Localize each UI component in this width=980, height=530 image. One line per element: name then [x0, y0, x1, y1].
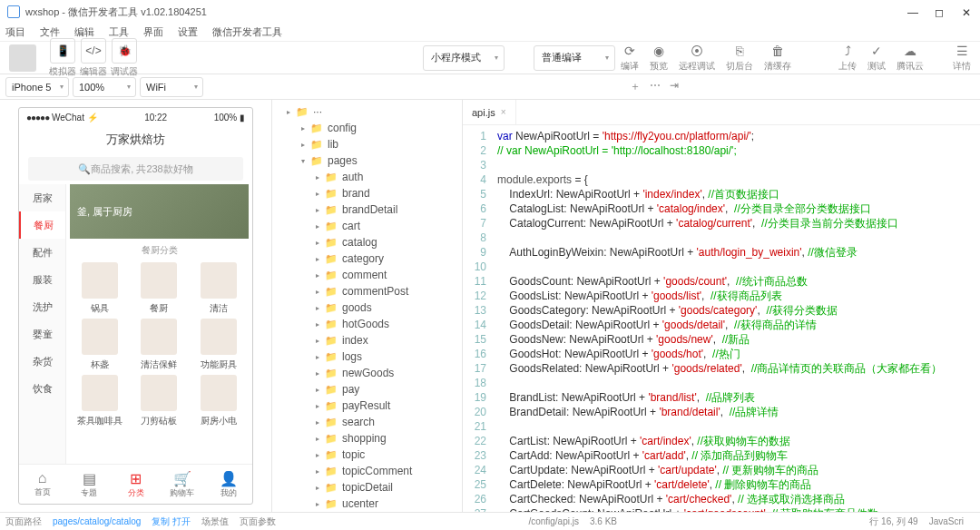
clear-cache-icon[interactable]: 🗑 — [771, 44, 784, 58]
tabbar-item[interactable]: 👤我的 — [206, 465, 252, 504]
tree-folder[interactable]: ▸📁pay — [272, 381, 462, 398]
menu-item[interactable]: 微信开发者工具 — [212, 25, 282, 39]
tree-folder[interactable]: ▸📁brand — [272, 185, 462, 201]
grid-item[interactable]: 功能厨具 — [191, 319, 247, 371]
status-right: 100% ▮ — [214, 113, 245, 123]
menu-item[interactable]: 界面 — [143, 25, 163, 39]
tree-folder[interactable]: ▸📁··· — [272, 103, 462, 120]
menu-item[interactable]: 项目 — [5, 25, 25, 39]
preview-icon[interactable]: ◉ — [653, 44, 664, 58]
sidebar-category[interactable]: 杂货 — [19, 348, 65, 375]
avatar[interactable] — [9, 44, 36, 72]
tree-folder[interactable]: ▸📁lib — [272, 136, 462, 152]
tree-folder[interactable]: ▸📁commentPost — [272, 283, 462, 299]
tree-folder[interactable]: ▸📁topic — [272, 447, 462, 463]
tree-folder[interactable]: ▸📁hotGoods — [272, 316, 462, 332]
tree-folder[interactable]: ▸📁topicDetail — [272, 479, 462, 496]
tree-folder[interactable]: ▾📁pages — [272, 152, 462, 169]
status-left: ●●●●● WeChat ⚡ — [26, 113, 98, 123]
cloud-icon[interactable]: ☁ — [904, 44, 916, 58]
tree-folder[interactable]: ▸📁search — [272, 414, 462, 430]
tree-folder[interactable]: ▸📁catalog — [272, 234, 462, 250]
code-editor[interactable]: var NewApiRootUrl = 'https://fly2you.cn/… — [494, 125, 980, 512]
close-tab-icon[interactable]: × — [501, 107, 506, 117]
footer-scene[interactable]: 场景值 — [201, 515, 229, 528]
status-time: 10:22 — [144, 113, 167, 123]
debugger-button[interactable]: 🐞 — [112, 38, 137, 64]
test-icon[interactable]: ✓ — [871, 44, 882, 58]
tree-folder[interactable]: ▸📁comment — [272, 267, 462, 283]
grid-item[interactable]: 厨房小电 — [191, 375, 247, 427]
network-select[interactable]: WiFi — [140, 77, 203, 97]
tree-folder[interactable]: ▸📁ucenter — [272, 496, 462, 512]
sidebar-category[interactable]: 婴童 — [19, 320, 65, 348]
window-title: wxshop - 微信开发者工具 v1.02.1804251 — [25, 5, 907, 19]
remote-debug-icon[interactable]: ⦿ — [691, 44, 703, 58]
category-banner[interactable]: 釜, 属于厨房 — [70, 184, 249, 239]
tree-folder[interactable]: ▸📁newGoods — [272, 365, 462, 381]
debugger-label: 调试器 — [111, 65, 138, 78]
editor-label: 编辑器 — [80, 65, 107, 78]
close-button[interactable]: ✕ — [962, 6, 973, 17]
footer-params[interactable]: 页面参数 — [240, 515, 276, 528]
footer-path-label: 页面路径 — [5, 515, 42, 528]
collapse-panel-icon[interactable]: ⇥ — [670, 79, 679, 94]
mini-mode-select[interactable]: 小程序模式 — [423, 45, 505, 71]
app-logo-icon — [7, 5, 20, 18]
footer-lang: JavaScri — [929, 516, 964, 526]
tree-folder[interactable]: ▸📁logs — [272, 348, 462, 365]
category-subtitle: 餐厨分类 — [66, 239, 252, 262]
add-file-icon[interactable]: ＋ — [630, 79, 641, 94]
tree-folder[interactable]: ▸📁brandDetail — [272, 201, 462, 218]
grid-item[interactable]: 杯盏 — [72, 319, 128, 371]
footer-path[interactable]: pages/catalog/catalog — [53, 516, 141, 526]
tree-folder[interactable]: ▸📁auth — [272, 169, 462, 185]
tree-folder[interactable]: ▸📁config — [272, 120, 462, 136]
grid-item[interactable]: 餐厨 — [132, 262, 188, 315]
sidebar-category[interactable]: 餐厨 — [19, 211, 65, 239]
footer-copy-open[interactable]: 复制 打开 — [152, 515, 191, 528]
upload-icon[interactable]: ⤴ — [845, 44, 851, 58]
editor-tab[interactable]: api.js× — [463, 100, 516, 124]
search-input[interactable]: 🔍 商品搜索, 共238款好物 — [28, 157, 243, 181]
device-select[interactable]: iPhone 5 — [5, 77, 69, 97]
detail-icon[interactable]: ☰ — [956, 44, 968, 58]
tree-folder[interactable]: ▸📁shopping — [272, 430, 462, 447]
minimize-button[interactable]: — — [907, 6, 918, 17]
menu-item[interactable]: 设置 — [178, 25, 198, 39]
grid-item[interactable]: 清洁保鲜 — [132, 319, 188, 371]
sidebar-category[interactable]: 配件 — [19, 239, 65, 266]
footer-linecol: 行 16, 列 49 — [869, 515, 917, 528]
editor-button[interactable]: </> — [81, 38, 106, 64]
grid-item[interactable]: 刀剪砧板 — [132, 375, 188, 427]
app-title: 万家烘焙坊 — [19, 126, 252, 153]
tabbar-item[interactable]: ▤专题 — [65, 465, 112, 504]
sidebar-category[interactable]: 服装 — [19, 266, 65, 293]
tree-folder[interactable]: ▸📁cart — [272, 218, 462, 234]
simulator-label: 模拟器 — [49, 65, 76, 78]
sidebar-category[interactable]: 洗护 — [19, 293, 65, 320]
footer-size: 3.6 KB — [590, 516, 617, 526]
compile-icon[interactable]: ⟳ — [624, 44, 635, 58]
grid-item[interactable]: 锅具 — [72, 262, 128, 315]
grid-item[interactable]: 茶具咖啡具 — [72, 375, 128, 427]
tree-folder[interactable]: ▸📁index — [272, 332, 462, 348]
more-icon[interactable]: ⋯ — [650, 79, 661, 94]
tabbar-item[interactable]: 🛒购物车 — [159, 465, 205, 504]
maximize-button[interactable]: ◻ — [935, 6, 946, 17]
compile-select[interactable]: 普通编译 — [534, 45, 615, 71]
tabbar-item[interactable]: ⌂首页 — [19, 465, 65, 504]
zoom-select[interactable]: 100% — [73, 77, 136, 97]
tabbar-item[interactable]: ⊞分类 — [113, 465, 159, 504]
simulator-button[interactable]: 📱 — [50, 38, 75, 64]
tree-folder[interactable]: ▸📁goods — [272, 299, 462, 316]
sidebar-category[interactable]: 饮食 — [19, 375, 65, 402]
tree-folder[interactable]: ▸📁topicComment — [272, 463, 462, 479]
grid-item[interactable]: 清洁 — [191, 262, 247, 315]
tree-folder[interactable]: ▸📁payResult — [272, 398, 462, 414]
footer-file: /config/api.js — [528, 516, 579, 526]
background-icon[interactable]: ⎘ — [736, 44, 743, 58]
sidebar-category[interactable]: 居家 — [19, 184, 65, 211]
tree-folder[interactable]: ▸📁category — [272, 250, 462, 267]
